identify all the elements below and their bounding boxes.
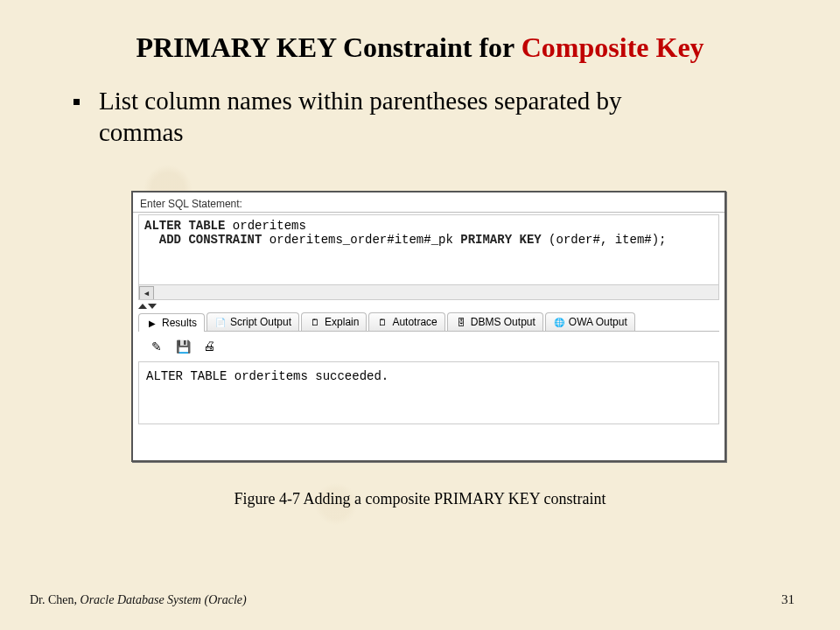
splitter-up-icon <box>138 304 147 309</box>
bullet-text: List column names within parentheses sep… <box>99 85 659 149</box>
sql-line-1: ALTER TABLE orderitems <box>144 219 713 233</box>
figure-caption: Figure 4-7 Adding a composite PRIMARY KE… <box>0 490 840 508</box>
tab-results[interactable]: ▶ Results <box>138 313 205 332</box>
tab-label: Results <box>162 317 197 329</box>
output-toolbar: ✎ 💾 🖨 <box>138 332 719 361</box>
tab-label: Explain <box>325 316 359 328</box>
save-icon: 💾 <box>176 340 191 354</box>
sql-panel-label: Enter SQL Statement: <box>133 192 724 213</box>
title-part1: PRIMARY KEY Constraint for <box>136 32 521 63</box>
edit-button[interactable]: ✎ <box>147 337 166 356</box>
tab-label: Script Output <box>230 316 291 328</box>
page-number: 31 <box>781 592 794 607</box>
owa-icon: 🌐 <box>553 316 565 328</box>
tab-label: Autotrace <box>392 316 437 328</box>
output-area: ALTER TABLE orderitems succeeded. <box>138 361 719 424</box>
play-icon: ▶ <box>146 317 158 329</box>
explain-icon: 🗒 <box>309 316 321 328</box>
footer-author: Dr. Chen, Oracle Database System (Oracle… <box>30 593 247 607</box>
print-icon: 🖨 <box>203 340 215 354</box>
tab-script-output[interactable]: 📄 Script Output <box>206 312 299 331</box>
save-button[interactable]: 💾 <box>173 337 192 356</box>
splitter-down-icon <box>148 304 157 309</box>
tab-explain[interactable]: 🗒 Explain <box>301 312 367 331</box>
output-text: ALTER TABLE orderitems succeeded. <box>146 369 388 383</box>
dbms-icon: 🗄 <box>455 316 467 328</box>
slide-title: PRIMARY KEY Constraint for Composite Key <box>0 0 840 64</box>
scroll-left-icon[interactable]: ◀ <box>139 286 154 300</box>
horizontal-scrollbar[interactable]: ◀ <box>139 284 718 299</box>
tab-dbms-output[interactable]: 🗄 DBMS Output <box>447 312 543 331</box>
tab-autotrace[interactable]: 🗒 Autotrace <box>368 312 444 331</box>
tab-label: DBMS Output <box>471 316 536 328</box>
script-icon: 📄 <box>214 316 227 328</box>
sql-editor[interactable]: ALTER TABLE orderitems ADD CONSTRAINT or… <box>138 214 719 300</box>
pencil-icon: ✎ <box>151 340 162 354</box>
tab-label: OWA Output <box>569 316 627 328</box>
pane-splitter[interactable] <box>138 302 719 311</box>
autotrace-icon: 🗒 <box>376 316 388 328</box>
output-tabs: ▶ Results 📄 Script Output 🗒 Explain 🗒 Au… <box>138 311 719 332</box>
print-button[interactable]: 🖨 <box>200 337 219 356</box>
sql-developer-panel: Enter SQL Statement: ALTER TABLE orderit… <box>131 191 726 462</box>
tab-owa-output[interactable]: 🌐 OWA Output <box>545 312 635 331</box>
bullet-item: List column names within parentheses sep… <box>0 64 840 149</box>
sql-line-2: ADD CONSTRAINT orderitems_order#item#_pk… <box>144 233 713 247</box>
bullet-dot-icon <box>74 99 80 105</box>
title-part2: Composite Key <box>522 32 704 63</box>
